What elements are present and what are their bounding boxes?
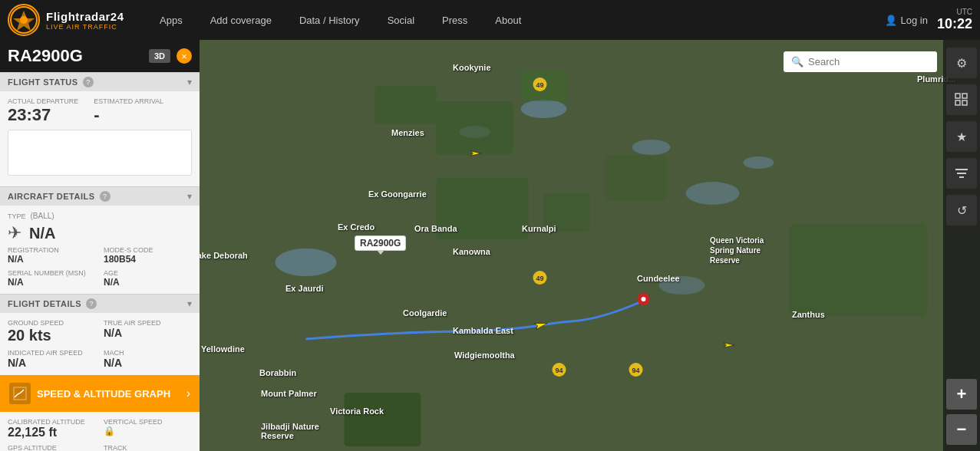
flight-status-title: FLIGHT STATUS (8, 77, 78, 87)
true-air-speed-label: TRUE AIR SPEED (104, 319, 192, 327)
flight-details-body: GROUND SPEED 20 kts TRUE AIR SPEED N/A I… (0, 313, 200, 375)
nav-links: Apps Add coverage Data / History Social … (146, 0, 885, 40)
flight-details-title: FLIGHT DETAILS (8, 299, 81, 308)
panel-header: RA2900G 3D × (0, 40, 200, 72)
ground-speed-val: 20 kts (8, 327, 96, 344)
logo-name: Flightradar24 (46, 10, 124, 23)
registration-val: N/A (8, 254, 96, 265)
grid-button[interactable] (946, 84, 977, 115)
svg-point-8 (276, 249, 337, 276)
svg-rect-15 (605, 155, 667, 201)
svg-rect-10 (375, 86, 437, 124)
svg-rect-34 (962, 100, 967, 105)
graph-icon (9, 383, 31, 404)
flight-details-header: FLIGHT DETAILS ? ▾ (0, 294, 200, 313)
speed-alt-arrow: › (186, 387, 190, 400)
actual-departure-time: 23:37 (8, 105, 78, 125)
svg-point-30 (642, 297, 646, 301)
type-sub: (BALL) (31, 212, 54, 220)
logo-area[interactable]: Flightradar24 LIVE AIR TRAFFIC (0, 4, 146, 36)
mode-s-val: 180B54 (104, 254, 192, 265)
airports-row (8, 130, 192, 176)
estimated-arrival-time: - (94, 105, 163, 125)
svg-rect-17 (345, 393, 421, 446)
close-button[interactable]: × (177, 48, 192, 64)
zoom-in-button[interactable]: + (946, 379, 977, 410)
ground-speed-label: GROUND SPEED (8, 319, 96, 327)
type-label: TYPE (8, 212, 26, 220)
btn-3d[interactable]: 3D (149, 49, 170, 63)
user-icon: 👤 (885, 15, 897, 26)
svg-rect-31 (955, 94, 960, 98)
nav-item-about[interactable]: About (481, 0, 535, 40)
top-navigation: Flightradar24 LIVE AIR TRAFFIC Apps Add … (0, 0, 980, 40)
track-label: TRACK (104, 444, 192, 451)
logo-subtitle: LIVE AIR TRAFFIC (46, 23, 124, 31)
utc-label: UTC (956, 8, 972, 16)
indicated-air-speed-val: N/A (8, 357, 96, 369)
flight-details-help-icon[interactable]: ? (86, 298, 97, 309)
svg-text:49: 49 (536, 81, 543, 89)
speed-altitude-graph-button[interactable]: SPEED & ALTITUDE GRAPH › (0, 375, 200, 412)
age-label: AGE (104, 269, 192, 277)
aircraft-details-chevron[interactable]: ▾ (187, 191, 192, 202)
svg-rect-13 (437, 178, 529, 239)
flight-status-body: ACTUAL DEPARTURE 23:37 ESTIMATED ARRIVAL… (0, 91, 200, 186)
calibrated-altitude-label: CALIBRATED ALTITUDE (8, 418, 96, 426)
aircraft-details-title: AIRCRAFT DETAILS (8, 192, 95, 201)
svg-rect-16 (790, 224, 928, 316)
mach-val: N/A (104, 357, 192, 369)
svg-text:49: 49 (536, 275, 543, 282)
svg-rect-11 (437, 101, 513, 155)
nav-item-social[interactable]: Social (374, 0, 428, 40)
flight-label-text: RA2900G (360, 238, 401, 249)
search-icon: 🔍 (791, 56, 803, 67)
svg-point-5 (632, 140, 671, 155)
registration-label: REGISTRATION (8, 246, 96, 254)
calibrated-altitude-val: 22,125 ft (8, 426, 96, 439)
flight-status-chevron[interactable]: ▾ (187, 77, 192, 87)
altitude-body: CALIBRATED ALTITUDE 22,125 ft VERTICAL S… (0, 412, 200, 451)
flight-status-help-icon[interactable]: ? (83, 77, 94, 87)
settings-button[interactable]: ⚙ (946, 48, 977, 78)
aircraft-details-body: TYPE (BALL) ✈ N/A REGISTRATION N/A MODE-… (0, 206, 200, 294)
map-controls: ⚙ ★ ↺ + − (943, 40, 980, 451)
serial-val: N/A (8, 277, 96, 288)
lock-icon-vertical: 🔒 (104, 426, 192, 436)
indicated-air-speed-label: INDICATED AIR SPEED (8, 349, 96, 357)
svg-text:94: 94 (632, 367, 639, 374)
filter-button[interactable] (946, 158, 977, 189)
aircraft-details-help-icon[interactable]: ? (100, 191, 111, 202)
login-button[interactable]: 👤 Log in (885, 15, 928, 26)
vertical-speed-label: VERTICAL SPEED (104, 418, 192, 426)
flight-id: RA2900G (8, 46, 83, 66)
nav-item-press[interactable]: Press (428, 0, 481, 40)
zoom-out-button[interactable]: − (946, 414, 977, 445)
nav-item-add-coverage[interactable]: Add coverage (196, 0, 285, 40)
svg-point-1 (20, 16, 28, 24)
svg-rect-14 (544, 193, 590, 232)
utc-time: 10:22 (937, 16, 972, 32)
flight-panel: RA2900G 3D × FLIGHT STATUS ? ▾ ACTUAL DE… (0, 40, 200, 451)
svg-point-6 (686, 182, 740, 205)
mode-s-label: MODE-S CODE (104, 246, 192, 254)
svg-rect-33 (955, 100, 960, 105)
serial-label: SERIAL NUMBER (MSN) (8, 269, 96, 277)
gps-altitude-label: GPS ALTITUDE (8, 444, 96, 451)
svg-point-9 (659, 276, 705, 295)
aircraft-details-header: AIRCRAFT DETAILS ? ▾ (0, 186, 200, 206)
logo-icon (8, 4, 40, 36)
refresh-button[interactable]: ↺ (946, 195, 977, 226)
aircraft-icon: ✈ (8, 223, 21, 243)
search-input[interactable] (808, 56, 929, 67)
svg-rect-32 (962, 94, 967, 98)
nav-item-data-history[interactable]: Data / History (285, 0, 374, 40)
svg-point-3 (521, 100, 567, 118)
star-button[interactable]: ★ (946, 121, 977, 152)
type-val: N/A (29, 225, 55, 242)
search-bar: 🔍 (784, 51, 937, 72)
flight-status-header: FLIGHT STATUS ? ▾ (0, 72, 200, 91)
nav-item-apps[interactable]: Apps (146, 0, 196, 40)
flight-details-chevron[interactable]: ▾ (187, 298, 192, 309)
svg-text:94: 94 (555, 367, 563, 374)
